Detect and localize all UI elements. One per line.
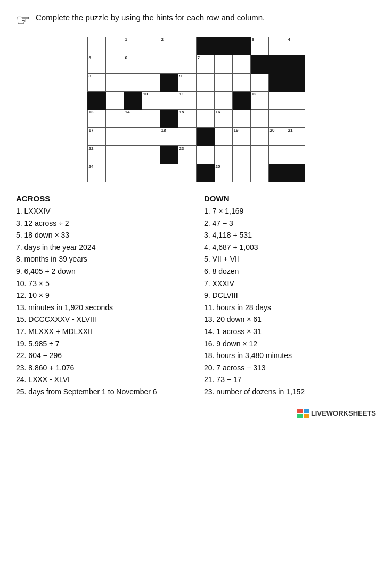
clue-item: 3. 12 across ÷ 2 <box>16 218 188 229</box>
svg-rect-2 <box>297 414 303 418</box>
svg-rect-3 <box>304 414 309 418</box>
cell-7-0: 24 <box>87 164 105 182</box>
cell-0-8 <box>232 37 250 55</box>
down-title: DOWN <box>204 194 376 203</box>
cell-2-10 <box>268 74 287 92</box>
cell-2-9 <box>250 74 268 92</box>
clue-item: 14. 1 across × 31 <box>204 327 376 337</box>
clue-item: 8. months in 39 years <box>16 254 188 265</box>
clue-item: 16. 9 down × 12 <box>204 339 376 350</box>
clue-item: 1. 7 × 1,169 <box>204 206 376 217</box>
cell-7-8 <box>232 164 250 182</box>
cell-4-2: 14 <box>124 110 142 128</box>
cell-7-2 <box>124 164 142 182</box>
clue-item: 25. days from September 1 to November 6 <box>16 387 188 398</box>
cell-3-5: 11 <box>178 92 196 110</box>
clue-item: 12. 10 × 9 <box>16 290 188 301</box>
header: ☞ Complete the puzzle by using the hints… <box>16 10 376 29</box>
cell-1-9 <box>250 55 268 74</box>
cell-3-4 <box>160 92 178 110</box>
brand-text: LIVEWORKSHEETS <box>311 409 376 417</box>
cell-4-3 <box>142 110 160 128</box>
down-column: DOWN 1. 7 × 1,1692. 47 − 33. 4,118 + 531… <box>204 194 376 399</box>
cell-4-7: 16 <box>214 110 232 128</box>
cell-1-11 <box>287 55 305 74</box>
cell-0-4: 2 <box>160 37 178 55</box>
cell-5-5 <box>178 128 196 146</box>
cell-0-3 <box>142 37 160 55</box>
clue-item: 4. 4,687 + 1,003 <box>204 242 376 253</box>
cell-2-4 <box>160 74 178 92</box>
cell-2-2 <box>124 74 142 92</box>
across-column: ACROSS 1. LXXXIV3. 12 across ÷ 25. 18 do… <box>16 194 188 399</box>
cell-6-0: 22 <box>87 146 105 164</box>
across-title: ACROSS <box>16 194 188 203</box>
cell-0-9: 3 <box>250 37 268 55</box>
clue-item: 5. VII + VII <box>204 254 376 265</box>
clue-item: 6. 8 dozen <box>204 266 376 277</box>
lw-logo-svg <box>297 409 309 418</box>
cell-4-1 <box>105 110 124 128</box>
clue-item: 15. DCCCXXXV - XLVIII <box>16 314 188 325</box>
lw-logo <box>297 409 309 418</box>
cell-7-4 <box>160 164 178 182</box>
cell-4-8 <box>232 110 250 128</box>
clue-item: 22. 604 − 296 <box>16 351 188 361</box>
cell-4-9 <box>250 110 268 128</box>
cell-0-10 <box>268 37 287 55</box>
cell-2-8 <box>232 74 250 92</box>
instruction-text: Complete the puzzle by using the hints f… <box>36 10 265 23</box>
clue-item: 23. number of dozens in 1,152 <box>204 387 376 398</box>
cell-0-11: 4 <box>287 37 305 55</box>
cell-6-10 <box>268 146 287 164</box>
cell-0-5 <box>178 37 196 55</box>
clue-item: 3. 4,118 + 531 <box>204 230 376 241</box>
svg-rect-0 <box>297 409 303 413</box>
cell-3-2 <box>124 92 142 110</box>
cell-3-3: 10 <box>142 92 160 110</box>
cell-5-3 <box>142 128 160 146</box>
cell-4-11 <box>287 110 305 128</box>
cell-5-9 <box>250 128 268 146</box>
cell-6-6 <box>196 146 214 164</box>
clue-item: 7. XXXIV <box>204 279 376 289</box>
clue-item: 7. days in the year 2024 <box>16 242 188 253</box>
cell-1-3 <box>142 55 160 74</box>
cell-7-5 <box>178 164 196 182</box>
cell-6-1 <box>105 146 124 164</box>
cell-7-10 <box>268 164 287 182</box>
cell-3-1 <box>105 92 124 110</box>
clue-item: 10. 73 × 5 <box>16 279 188 289</box>
puzzle-container: 1234567891011121314151617181920212223242… <box>16 37 376 182</box>
cell-0-7 <box>214 37 232 55</box>
crossword-grid: 1234567891011121314151617181920212223242… <box>87 37 305 182</box>
cell-1-4 <box>160 55 178 74</box>
cell-5-11: 21 <box>287 128 305 146</box>
cell-5-10: 20 <box>268 128 287 146</box>
cell-5-8: 19 <box>232 128 250 146</box>
cell-2-1 <box>105 74 124 92</box>
cell-2-11 <box>287 74 305 92</box>
cell-4-5: 15 <box>178 110 196 128</box>
clues-section: ACROSS 1. LXXXIV3. 12 across ÷ 25. 18 do… <box>16 194 376 399</box>
cell-5-4: 18 <box>160 128 178 146</box>
cell-2-7 <box>214 74 232 92</box>
hand-icon: ☞ <box>16 11 30 29</box>
down-clues-list: 1. 7 × 1,1692. 47 − 33. 4,118 + 5314. 4,… <box>204 206 376 398</box>
cell-5-7 <box>214 128 232 146</box>
clue-item: 20. 7 across − 313 <box>204 363 376 374</box>
cell-4-0: 13 <box>87 110 105 128</box>
svg-rect-1 <box>304 409 309 413</box>
clue-item: 1. LXXXIV <box>16 206 188 217</box>
cell-0-0 <box>87 37 105 55</box>
cell-3-8 <box>232 92 250 110</box>
cell-6-2 <box>124 146 142 164</box>
clue-item: 17. MLXXX + MDLXXII <box>16 327 188 337</box>
cell-3-7 <box>214 92 232 110</box>
cell-7-3 <box>142 164 160 182</box>
cell-6-3 <box>142 146 160 164</box>
cell-7-11 <box>287 164 305 182</box>
clue-item: 24. LXXX - XLVI <box>16 375 188 385</box>
cell-7-7: 25 <box>214 164 232 182</box>
clue-item: 11. hours in 28 days <box>204 303 376 313</box>
